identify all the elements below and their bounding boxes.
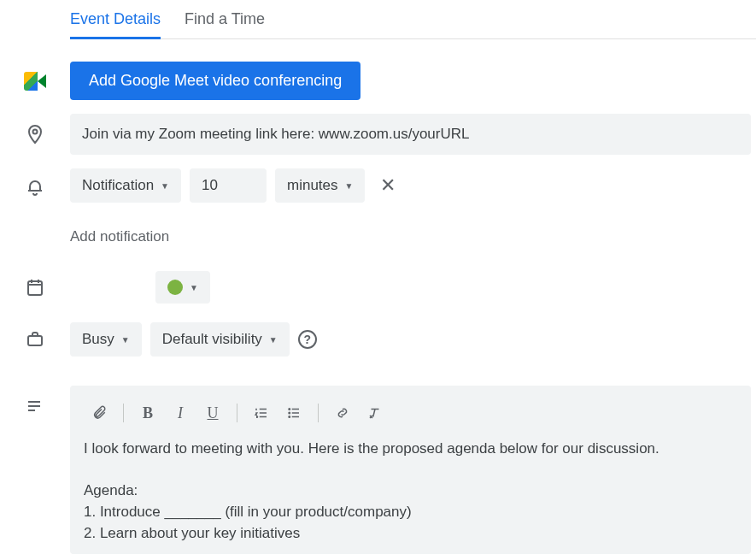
caret-down-icon: ▼ <box>161 181 169 191</box>
location-icon <box>25 124 45 144</box>
svg-point-3 <box>289 409 290 410</box>
link-button[interactable] <box>327 399 358 427</box>
notification-unit-label: minutes <box>287 177 338 194</box>
caret-down-icon: ▼ <box>121 335 130 345</box>
clear-formatting-button[interactable] <box>360 399 390 427</box>
bell-icon <box>25 175 45 196</box>
svg-rect-2 <box>28 336 42 345</box>
bulleted-list-button[interactable] <box>278 399 309 427</box>
description-editor[interactable]: B I U <box>70 386 751 554</box>
remove-notification-button[interactable]: ✕ <box>373 171 402 200</box>
italic-button[interactable]: I <box>165 399 196 427</box>
formatting-toolbar: B I U <box>84 396 737 439</box>
availability-label: Busy <box>82 331 114 348</box>
svg-rect-1 <box>28 281 42 295</box>
underline-button[interactable]: U <box>197 399 228 427</box>
add-google-meet-button[interactable]: Add Google Meet video conferencing <box>70 62 360 100</box>
bold-button[interactable]: B <box>132 399 163 427</box>
tabs: Event Details Find a Time <box>70 0 756 39</box>
availability-dropdown[interactable]: Busy ▼ <box>70 322 142 357</box>
location-input[interactable] <box>70 114 751 155</box>
visibility-dropdown[interactable]: Default visibility ▼ <box>150 322 290 357</box>
color-swatch-icon <box>167 280 183 295</box>
calendar-icon <box>25 277 45 298</box>
attachment-button[interactable] <box>84 399 114 427</box>
svg-point-0 <box>33 130 38 134</box>
google-meet-icon <box>24 72 46 91</box>
notification-type-dropdown[interactable]: Notification ▼ <box>70 168 181 203</box>
svg-point-4 <box>289 412 290 414</box>
description-icon <box>25 396 45 416</box>
add-notification-link[interactable]: Add notification <box>70 221 169 252</box>
caret-down-icon: ▼ <box>345 181 354 191</box>
notification-value-input[interactable] <box>190 168 267 203</box>
notification-unit-dropdown[interactable]: minutes ▼ <box>275 168 365 203</box>
tab-find-a-time[interactable]: Find a Time <box>185 5 265 39</box>
event-color-dropdown[interactable]: ▼ <box>155 271 210 304</box>
caret-down-icon: ▼ <box>190 283 198 292</box>
description-text[interactable]: I look forward to meeting with you. Here… <box>84 439 737 544</box>
visibility-label: Default visibility <box>162 331 262 348</box>
notification-type-label: Notification <box>82 177 154 194</box>
briefcase-icon <box>25 329 45 350</box>
svg-point-5 <box>289 416 290 418</box>
visibility-help-icon[interactable]: ? <box>298 330 317 349</box>
numbered-list-button[interactable] <box>246 399 277 427</box>
calendar-owner-label <box>70 272 147 303</box>
caret-down-icon: ▼ <box>269 335 278 345</box>
tab-event-details[interactable]: Event Details <box>70 5 161 39</box>
